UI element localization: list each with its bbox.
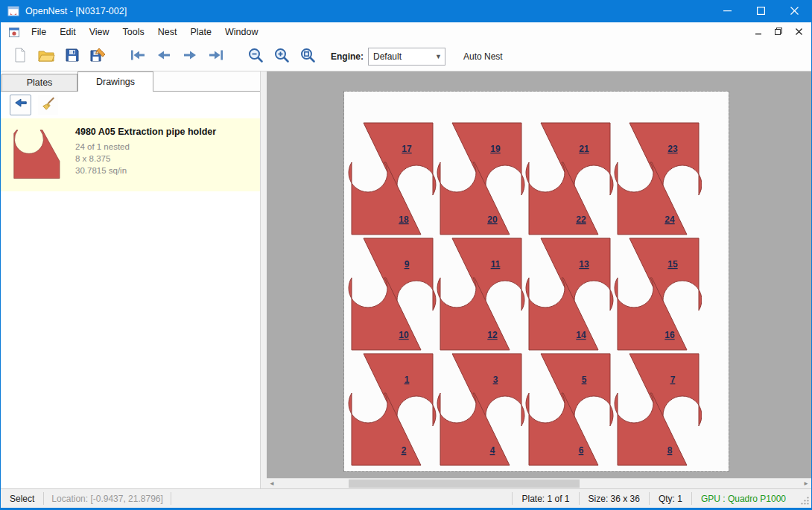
zoom-fit-button[interactable]	[294, 45, 320, 68]
mdi-restore-button[interactable]	[770, 25, 787, 39]
nest-part[interactable]	[526, 393, 598, 465]
nest-part[interactable]	[541, 238, 613, 310]
nest-part[interactable]	[364, 238, 436, 310]
new-button[interactable]	[7, 45, 33, 68]
nest-pair: 2324	[615, 123, 702, 235]
nest-part[interactable]	[349, 162, 421, 235]
horizontal-scrollbar[interactable]: ◄ ►	[267, 478, 811, 488]
nest-part[interactable]	[452, 123, 524, 195]
import-drawing-button[interactable]	[10, 95, 31, 115]
nest-part[interactable]	[437, 278, 510, 350]
maximize-icon	[757, 4, 765, 18]
clear-drawings-button[interactable]	[38, 95, 58, 115]
nest-row: 12345678	[346, 352, 702, 466]
zoom-in-button[interactable]	[268, 45, 294, 68]
nest-part[interactable]	[615, 278, 687, 350]
auto-nest-button[interactable]: Auto Nest	[457, 48, 509, 66]
nest-part[interactable]	[437, 162, 510, 235]
scrollbar-thumb[interactable]	[349, 479, 580, 488]
tab-drawings[interactable]: Drawings	[77, 71, 153, 92]
minimize-button[interactable]	[711, 0, 744, 22]
nest-part[interactable]	[541, 354, 613, 426]
part-number-label: 10	[399, 330, 409, 340]
menu-item-tools[interactable]: Tools	[116, 24, 151, 40]
menu-item-plate[interactable]: Plate	[183, 24, 218, 40]
resize-grip-icon[interactable]	[799, 495, 810, 508]
drawing-info: 4980 A05 Extraction pipe holder 24 of 1 …	[75, 124, 216, 176]
nest-part[interactable]	[629, 238, 702, 310]
nest-part[interactable]	[526, 162, 598, 235]
chevron-down-icon: ▼	[432, 53, 445, 60]
menu-item-view[interactable]: View	[83, 24, 116, 40]
tab-plates[interactable]: Plates	[1, 74, 77, 91]
menu-item-file[interactable]: File	[25, 24, 53, 40]
engine-label: Engine:	[331, 51, 364, 62]
engine-selected-value: Default	[369, 51, 432, 62]
menu-item-nest[interactable]: Nest	[151, 24, 184, 40]
part-number-label: 15	[667, 259, 678, 270]
part-number-label: 22	[576, 214, 586, 225]
nest-part[interactable]	[452, 354, 524, 426]
broom-icon	[41, 96, 56, 114]
drawing-list-item[interactable]: 4980 A05 Extraction pipe holder 24 of 1 …	[1, 118, 260, 191]
nest-part[interactable]	[349, 393, 421, 465]
next-arrow-icon	[181, 48, 199, 66]
nest-part[interactable]	[526, 278, 598, 350]
nest-part[interactable]	[615, 393, 687, 465]
nest-part[interactable]	[452, 238, 524, 310]
zoom-fit-icon	[299, 47, 316, 66]
nest-canvas[interactable]: 1718192021222324 910111213141516 1234567…	[267, 71, 811, 488]
nest-part[interactable]	[629, 123, 702, 195]
nest-part[interactable]	[629, 354, 702, 426]
plate[interactable]: 1718192021222324 910111213141516 1234567…	[344, 92, 729, 471]
nest-part[interactable]	[364, 123, 436, 195]
nest-pair: 12	[349, 354, 436, 465]
mdi-minimize-button[interactable]	[749, 25, 767, 39]
part-number-label: 3	[493, 374, 498, 385]
engine-select[interactable]: Default ▼	[368, 48, 445, 66]
part-number-label: 16	[664, 330, 675, 340]
main-area: Plates Drawings 4980 A05 Extraction pipe…	[1, 71, 811, 488]
part-number-label: 9	[405, 259, 410, 270]
drawing-dimensions: 8 x 8.375	[75, 153, 216, 165]
nest-pair: 56	[526, 354, 613, 465]
part-number-label: 1	[405, 374, 410, 385]
save-button[interactable]	[59, 45, 85, 68]
nest-pair: 1920	[437, 123, 524, 235]
status-bar: Select Location: [-0.9437, 21.8796] Plat…	[1, 488, 811, 508]
mdi-close-button[interactable]	[790, 25, 808, 39]
next-plate-button[interactable]	[177, 45, 203, 68]
zoom-out-button[interactable]	[242, 45, 268, 68]
open-folder-icon	[37, 47, 55, 66]
status-gpu: GPU : Quadro P1000	[692, 494, 795, 504]
prev-plate-button[interactable]	[150, 45, 177, 68]
open-button[interactable]	[33, 45, 59, 68]
scroll-left-icon[interactable]: ◄	[267, 479, 277, 488]
part-number-label: 14	[576, 330, 586, 340]
window-title: OpenNest - [N0317-002]	[25, 6, 127, 16]
part-number-label: 6	[579, 445, 584, 456]
window-controls	[711, 0, 811, 22]
part-number-label: 20	[487, 214, 498, 225]
nest-part[interactable]	[437, 393, 510, 465]
scroll-right-icon[interactable]: ►	[801, 479, 811, 488]
nest-part[interactable]	[615, 162, 687, 235]
nest-part[interactable]	[349, 278, 421, 350]
menu-item-edit[interactable]: Edit	[53, 24, 83, 40]
last-plate-button[interactable]	[203, 45, 229, 68]
part-number-label: 19	[490, 144, 501, 154]
nest-part[interactable]	[364, 354, 436, 426]
first-plate-button[interactable]	[124, 45, 150, 68]
toolbar-separator	[111, 42, 124, 71]
nest-part[interactable]	[541, 123, 613, 195]
nest-pair: 910	[349, 238, 436, 350]
close-button[interactable]	[778, 0, 811, 22]
close-icon	[790, 4, 799, 18]
menu-item-window[interactable]: Window	[218, 24, 264, 40]
nest-row: 1718192021222324	[346, 121, 702, 235]
save-as-button[interactable]	[85, 45, 111, 68]
app-window: OpenNest - [N0317-002] File Edit View To…	[0, 0, 812, 510]
part-number-label: 21	[579, 144, 589, 154]
maximize-button[interactable]	[744, 0, 778, 22]
panel-splitter[interactable]	[260, 71, 267, 488]
